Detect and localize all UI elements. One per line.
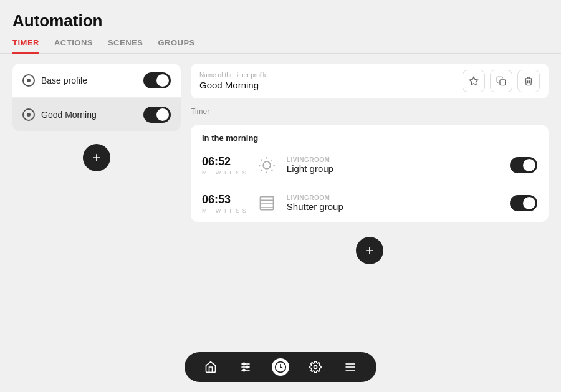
shutter-icon — [256, 192, 278, 214]
profile-name-input[interactable] — [199, 80, 455, 90]
nav-controls[interactable] — [237, 358, 254, 376]
right-panel: Name of the timer profile — [191, 64, 549, 382]
timer-device-name-2: Shutter group — [287, 201, 501, 212]
profile-item-left: Base profile — [22, 74, 87, 87]
nav-clock[interactable] — [272, 358, 289, 376]
toggle-base[interactable] — [143, 72, 171, 88]
add-profile-button[interactable]: + — [83, 144, 110, 171]
profile-item-left-gm: Good Morning — [22, 108, 97, 121]
profile-icon-base — [22, 74, 35, 87]
nav-home[interactable] — [202, 358, 219, 376]
profile-item-base[interactable]: Base profile — [12, 64, 181, 97]
add-timer-button[interactable]: + — [356, 237, 383, 264]
svg-line-9 — [261, 170, 262, 171]
svg-rect-1 — [500, 80, 506, 85]
toggle-timer-2[interactable] — [510, 195, 537, 211]
page-title: Automation — [12, 11, 549, 31]
tab-actions[interactable]: ACTIONS — [54, 38, 93, 54]
timer-section-header: In the morning — [191, 125, 549, 146]
toggle-gm[interactable] — [143, 107, 171, 123]
svg-line-6 — [271, 170, 272, 171]
svg-line-5 — [261, 160, 262, 161]
profile-name-label: Name of the timer profile — [199, 72, 455, 79]
timer-time-1: 06:52 — [202, 155, 247, 168]
main-content: Base profile Good Morning + — [0, 54, 561, 392]
svg-line-10 — [271, 160, 272, 161]
timer-label: Timer — [191, 107, 549, 116]
timer-card: In the morning 06:52 M T W T F S S — [191, 125, 549, 222]
profile-name-gm: Good Morning — [41, 110, 97, 120]
toggle-timer-1[interactable] — [510, 157, 537, 173]
light-icon — [256, 154, 278, 176]
svg-point-20 — [243, 369, 245, 371]
bottom-nav — [185, 352, 376, 382]
copy-button[interactable] — [490, 70, 512, 92]
delete-button[interactable] — [517, 70, 540, 92]
timer-days-1: M T W T F S S — [202, 170, 247, 176]
profile-name-actions — [463, 70, 540, 92]
tab-scenes[interactable]: SCENES — [108, 38, 143, 54]
app-container: Automation TIMER ACTIONS SCENES GROUPS B… — [0, 0, 561, 392]
timer-room-1: LIVINGROOM — [287, 156, 501, 163]
timer-row-2: 06:53 M T W T F S S LIVINGROOM Shu — [191, 184, 549, 222]
profile-icon-gm — [22, 108, 35, 121]
timer-days-2: M T W T F S S — [202, 208, 247, 214]
tabs-bar: TIMER ACTIONS SCENES GROUPS — [0, 38, 561, 54]
timer-device-info-1: LIVINGROOM Light group — [287, 156, 501, 174]
timer-device-info-2: LIVINGROOM Shutter group — [287, 194, 501, 212]
profile-list: Base profile Good Morning — [12, 64, 181, 131]
svg-point-19 — [246, 366, 248, 368]
svg-point-22 — [314, 366, 317, 369]
timer-time-2: 06:53 — [202, 193, 247, 206]
timer-device-name-1: Light group — [287, 163, 501, 174]
svg-point-2 — [263, 161, 271, 169]
tab-groups[interactable]: GROUPS — [158, 38, 194, 54]
add-profile-icon: + — [92, 150, 101, 165]
svg-marker-0 — [469, 77, 477, 85]
left-panel: Base profile Good Morning + — [12, 64, 181, 382]
timer-time-block-1: 06:52 M T W T F S S — [202, 155, 247, 176]
favorite-button[interactable] — [463, 70, 485, 92]
nav-menu[interactable] — [342, 358, 359, 376]
timer-room-2: LIVINGROOM — [287, 194, 501, 201]
nav-settings[interactable] — [307, 358, 324, 376]
profile-name-base: Base profile — [41, 75, 87, 85]
header: Automation — [0, 0, 561, 38]
profile-item-good-morning[interactable]: Good Morning — [12, 97, 181, 131]
timer-row-1: 06:52 M T W T F S S — [191, 146, 549, 184]
svg-point-18 — [243, 363, 245, 365]
timer-time-block-2: 06:53 M T W T F S S — [202, 193, 247, 214]
add-timer-icon: + — [365, 243, 374, 258]
profile-name-input-wrapper: Name of the timer profile — [199, 72, 455, 91]
tab-timer[interactable]: TIMER — [12, 38, 39, 54]
profile-name-field: Name of the timer profile — [191, 64, 549, 98]
